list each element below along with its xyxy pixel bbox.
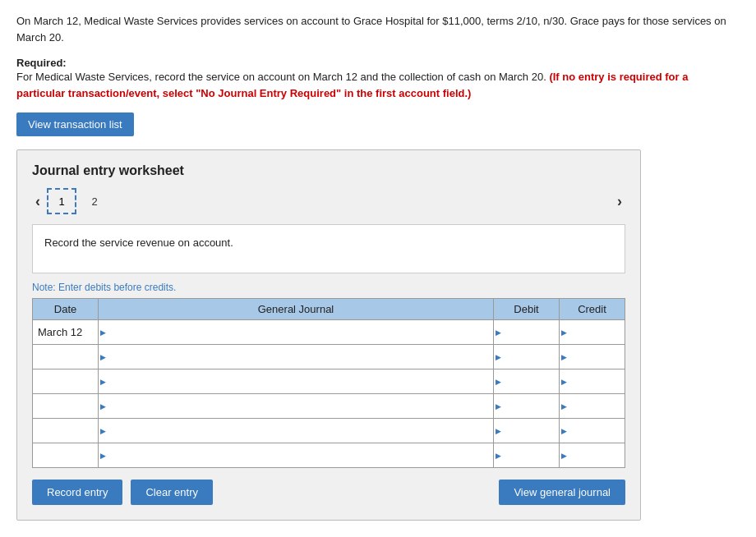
journal-input-4[interactable] xyxy=(102,425,490,437)
debit-input-2[interactable] xyxy=(497,375,555,388)
table-row-debit-3[interactable] xyxy=(494,394,560,419)
tabs-nav: ‹ 1 2 › xyxy=(32,188,625,214)
worksheet-container: Journal entry worksheet ‹ 1 2 › Record t… xyxy=(16,149,641,521)
table-row-debit-1[interactable] xyxy=(494,345,560,369)
required-body: For Medical Waste Services, record the s… xyxy=(16,71,688,99)
table-row-debit-4[interactable] xyxy=(494,419,560,443)
action-buttons-row: Record entry Clear entry View general jo… xyxy=(32,480,625,505)
table-row-journal-3[interactable] xyxy=(99,394,494,419)
table-row-date-1 xyxy=(33,345,99,369)
table-row-credit-2[interactable] xyxy=(560,369,625,394)
table-row-journal-5[interactable] xyxy=(99,443,494,468)
table-row-date-3 xyxy=(33,394,99,419)
record-entry-button[interactable]: Record entry xyxy=(32,480,122,505)
table-row-journal-4[interactable] xyxy=(99,419,494,443)
credit-input-1[interactable] xyxy=(563,351,621,363)
table-row-credit-5[interactable] xyxy=(560,443,625,468)
intro-text: On March 12, Medical Waste Services prov… xyxy=(16,13,740,45)
worksheet-title: Journal entry worksheet xyxy=(32,163,625,178)
debit-input-0[interactable] xyxy=(497,326,555,338)
table-row-debit-5[interactable] xyxy=(494,443,560,468)
journal-input-2[interactable] xyxy=(102,375,490,388)
table-row-credit-4[interactable] xyxy=(560,419,625,443)
journal-input-1[interactable] xyxy=(102,351,490,363)
header-date: Date xyxy=(33,299,99,320)
header-journal: General Journal xyxy=(99,299,494,320)
table-row-credit-0[interactable] xyxy=(560,320,625,345)
credit-input-4[interactable] xyxy=(563,425,621,437)
table-row-debit-0[interactable] xyxy=(494,320,560,345)
note-text: Note: Enter debits before credits. xyxy=(32,282,625,293)
required-label: Required: xyxy=(16,57,67,69)
table-row-journal-2[interactable] xyxy=(99,369,494,394)
next-tab-button[interactable]: › xyxy=(614,193,625,210)
credit-input-5[interactable] xyxy=(563,449,621,461)
tab-2[interactable]: 2 xyxy=(80,188,109,214)
header-debit: Debit xyxy=(494,299,560,320)
table-row-credit-3[interactable] xyxy=(560,394,625,419)
journal-input-0[interactable] xyxy=(102,326,490,338)
debit-input-5[interactable] xyxy=(497,449,555,461)
debit-input-4[interactable] xyxy=(497,425,555,437)
debit-input-1[interactable] xyxy=(497,351,555,363)
credit-input-3[interactable] xyxy=(563,400,621,412)
credit-input-2[interactable] xyxy=(563,375,621,388)
credit-input-0[interactable] xyxy=(563,326,621,338)
journal-table: Date General Journal Debit Credit March … xyxy=(32,298,625,468)
instruction-box: Record the service revenue on account. xyxy=(32,224,625,273)
table-row-date-2 xyxy=(33,369,99,394)
header-credit: Credit xyxy=(560,299,625,320)
table-row-date-5 xyxy=(33,443,99,468)
journal-input-3[interactable] xyxy=(102,400,490,412)
debit-input-3[interactable] xyxy=(497,400,555,412)
table-row-journal-0[interactable] xyxy=(99,320,494,345)
table-row-journal-1[interactable] xyxy=(99,345,494,369)
prev-tab-button[interactable]: ‹ xyxy=(32,193,44,210)
clear-entry-button[interactable]: Clear entry xyxy=(131,480,213,505)
tab-1[interactable]: 1 xyxy=(47,188,76,214)
view-general-journal-button[interactable]: View general journal xyxy=(499,480,625,505)
table-row-debit-2[interactable] xyxy=(494,369,560,394)
required-body-normal: For Medical Waste Services, record the s… xyxy=(16,71,546,83)
view-transaction-button[interactable]: View transaction list xyxy=(16,112,134,136)
table-row-credit-1[interactable] xyxy=(560,345,625,369)
table-row-date-4 xyxy=(33,419,99,443)
table-row-date-0: March 12 xyxy=(33,320,99,345)
journal-input-5[interactable] xyxy=(102,449,490,461)
required-section: Required: For Medical Waste Services, re… xyxy=(16,57,740,101)
